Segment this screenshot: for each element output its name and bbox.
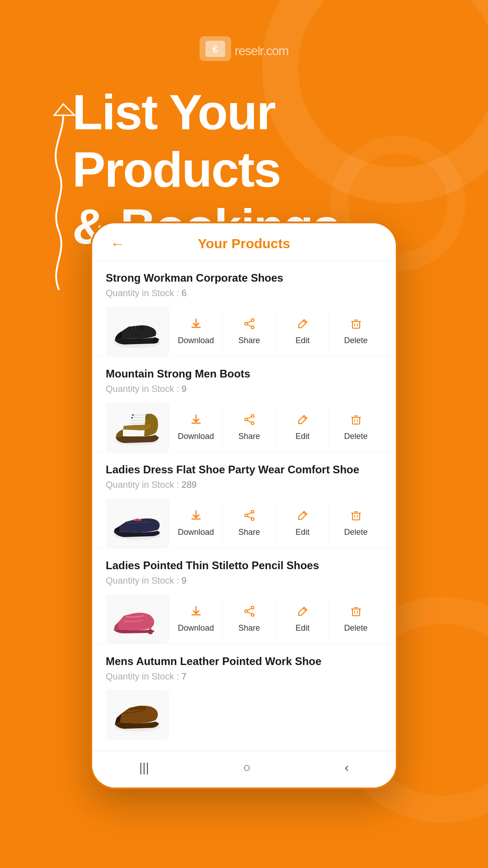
delete-label: Delete	[344, 528, 367, 537]
share-label: Share	[238, 623, 260, 633]
product-actions: Download Share Edit	[169, 311, 382, 352]
download-button[interactable]: Download	[169, 599, 223, 639]
logo-suffix: .com	[263, 44, 289, 58]
delete-icon	[350, 605, 362, 620]
svg-line-42	[247, 516, 251, 518]
delete-button[interactable]: Delete	[329, 407, 382, 448]
delete-label: Delete	[344, 336, 367, 345]
product-row: Download Share Edit	[106, 498, 382, 548]
download-label: Download	[178, 336, 214, 345]
svg-point-40	[245, 514, 248, 517]
product-row: Download Share Edit	[106, 307, 382, 356]
download-button[interactable]: Download	[169, 311, 223, 352]
svg-line-53	[247, 608, 251, 610]
delete-icon	[350, 509, 362, 524]
back-button[interactable]: ←	[110, 236, 125, 252]
svg-marker-2	[54, 104, 75, 115]
product-row: Download Share Edit	[106, 594, 382, 644]
logo-area: € reselr.com	[199, 36, 288, 61]
download-label: Download	[178, 623, 214, 633]
svg-rect-56	[352, 609, 360, 616]
svg-point-23	[146, 414, 148, 416]
flat-shoe-svg	[110, 503, 164, 543]
svg-line-41	[247, 512, 251, 514]
edit-label: Edit	[296, 336, 310, 345]
shoe-image-svg	[110, 311, 164, 352]
product-item: Ladies Dress Flat Shoe Party Wear Comfor…	[92, 453, 396, 548]
download-button[interactable]: Download	[169, 407, 223, 448]
product-image	[106, 498, 169, 548]
product-item: Strong Workman Corporate Shoes Quantity …	[92, 261, 396, 357]
product-image	[106, 690, 169, 740]
phone-mockup: ← Your Products Strong Workman Corporate…	[90, 222, 398, 789]
svg-point-26	[251, 415, 254, 417]
leather-shoe-svg	[110, 694, 164, 735]
svg-line-10	[247, 321, 251, 323]
product-image	[106, 307, 169, 356]
svg-point-37	[136, 519, 139, 521]
edit-icon	[297, 318, 309, 332]
edit-button[interactable]: Edit	[276, 503, 329, 543]
download-label: Download	[178, 432, 214, 441]
product-actions: Download Share Edit	[169, 599, 382, 639]
download-icon	[190, 509, 202, 524]
edit-button[interactable]: Edit	[276, 311, 329, 352]
svg-line-30	[247, 420, 251, 422]
svg-point-50	[251, 606, 254, 609]
svg-line-11	[247, 324, 251, 326]
product-item: Mountain Strong Men Boots Quantity in St…	[92, 357, 396, 453]
hero-line2: Products	[72, 142, 281, 197]
share-label: Share	[238, 432, 260, 441]
share-button[interactable]: Share	[223, 599, 276, 639]
download-icon	[190, 605, 202, 620]
product-stock: Quantity in Stock : 7	[106, 671, 382, 682]
phone-bottom-nav: ||| ○ ‹	[92, 751, 396, 788]
delete-label: Delete	[344, 432, 367, 441]
edit-label: Edit	[296, 528, 310, 537]
edit-button[interactable]: Edit	[276, 407, 329, 448]
delete-button[interactable]: Delete	[329, 503, 382, 543]
delete-button[interactable]: Delete	[329, 599, 382, 639]
product-name: Ladies Dress Flat Shoe Party Wear Comfor…	[106, 463, 382, 476]
edit-icon	[297, 605, 309, 620]
delete-icon	[350, 414, 362, 428]
svg-point-38	[251, 510, 254, 513]
edit-button[interactable]: Edit	[276, 599, 329, 639]
svg-point-28	[245, 418, 248, 421]
share-button[interactable]: Share	[223, 311, 276, 352]
product-list: Strong Workman Corporate Shoes Quantity …	[92, 261, 396, 751]
delete-button[interactable]: Delete	[329, 311, 382, 352]
svg-point-8	[251, 326, 254, 329]
product-name: Mens Autumn Leather Pointed Work Shoe	[106, 655, 382, 668]
product-stock: Quantity in Stock : 9	[106, 384, 382, 394]
share-button[interactable]: Share	[223, 503, 276, 543]
logo-brand: reselr	[235, 44, 263, 58]
share-icon	[244, 414, 255, 428]
product-image	[106, 594, 169, 644]
nav-home-button[interactable]: ○	[243, 760, 251, 775]
product-stock: Quantity in Stock : 9	[106, 576, 382, 586]
product-image	[106, 402, 169, 452]
edit-icon	[297, 414, 309, 428]
nav-back-button[interactable]: ‹	[345, 760, 349, 775]
hero-line1: List Your	[72, 84, 275, 140]
svg-point-51	[251, 613, 254, 616]
delete-label: Delete	[344, 623, 367, 633]
svg-point-22	[132, 414, 134, 416]
edit-label: Edit	[296, 623, 310, 633]
download-button[interactable]: Download	[169, 503, 223, 543]
svg-point-25	[145, 417, 147, 419]
svg-point-9	[245, 322, 248, 325]
logo-icon: €	[199, 36, 231, 61]
product-item: Ladies Pointed Thin Stiletto Pencil Shoe…	[92, 548, 396, 644]
nav-menu-button[interactable]: |||	[139, 760, 149, 775]
arrow-squiggle-decoration	[23, 90, 77, 316]
svg-point-52	[245, 610, 248, 613]
svg-point-24	[131, 417, 133, 419]
svg-rect-44	[352, 513, 360, 520]
delete-icon	[350, 318, 362, 332]
product-stock: Quantity in Stock : 289	[106, 480, 382, 490]
svg-rect-13	[352, 321, 360, 328]
logo-text: reselr.com	[235, 38, 288, 60]
share-button[interactable]: Share	[223, 407, 276, 448]
